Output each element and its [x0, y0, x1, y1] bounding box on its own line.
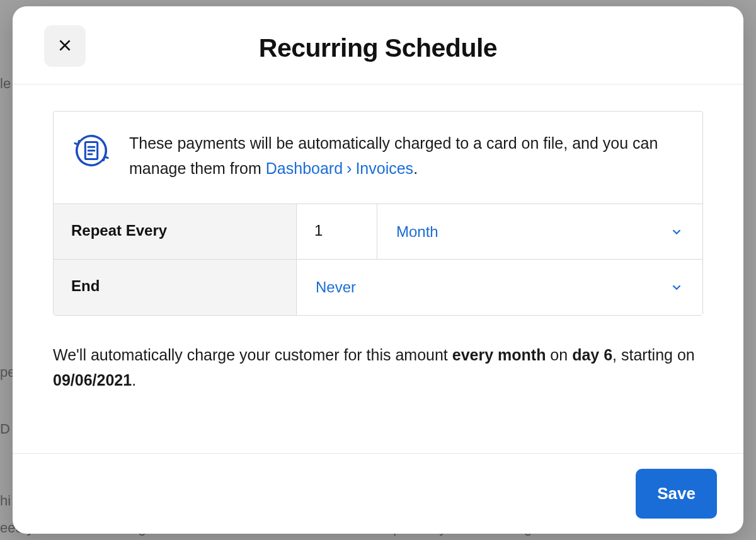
- modal-body: These payments will be automatically cha…: [13, 84, 743, 453]
- info-text-end: .: [413, 159, 418, 177]
- invoices-link[interactable]: Invoices: [355, 159, 413, 177]
- bg-text: D: [0, 421, 10, 437]
- repeat-unit-value: Month: [396, 223, 438, 241]
- summary-day: day 6: [572, 346, 612, 364]
- chevron-down-icon: [670, 225, 684, 239]
- end-row: End Never: [54, 260, 702, 315]
- info-box: These payments will be automatically cha…: [53, 111, 703, 316]
- summary-mid2: , starting on: [612, 346, 695, 364]
- end-value: Never: [316, 279, 356, 296]
- repeat-every-label: Repeat Every: [54, 204, 297, 259]
- end-select[interactable]: Never: [297, 260, 702, 315]
- summary-date: 09/06/2021: [53, 371, 132, 389]
- repeat-every-value[interactable]: 1: [297, 204, 377, 259]
- close-button[interactable]: [44, 25, 86, 67]
- save-button[interactable]: Save: [636, 469, 717, 519]
- chevron-down-icon: [670, 280, 684, 294]
- schedule-summary: We'll automatically charge your customer…: [53, 342, 703, 393]
- modal-footer: Save: [13, 453, 743, 534]
- summary-suffix: .: [132, 371, 136, 389]
- repeat-every-row: Repeat Every 1 Month: [54, 204, 702, 260]
- recurring-schedule-modal: Recurring Schedule: [13, 6, 743, 534]
- modal-title: Recurring Schedule: [32, 24, 724, 66]
- repeat-unit-select[interactable]: Month: [377, 204, 702, 259]
- dashboard-link[interactable]: Dashboard: [266, 159, 343, 177]
- summary-frequency: every month: [452, 346, 546, 364]
- modal-header: Recurring Schedule: [13, 6, 743, 84]
- info-text: These payments will be automatically cha…: [129, 130, 685, 181]
- bg-text: hi: [0, 493, 11, 509]
- summary-mid1: on: [546, 346, 572, 364]
- recurring-invoice-icon: [71, 130, 112, 171]
- end-label: End: [54, 260, 297, 315]
- schedule-table: Repeat Every 1 Month End Never: [54, 204, 702, 315]
- summary-prefix: We'll automatically charge your customer…: [53, 346, 452, 364]
- close-icon: [57, 37, 73, 55]
- info-top: These payments will be automatically cha…: [54, 112, 702, 204]
- breadcrumb-separator-icon: ›: [346, 159, 352, 177]
- bg-text: le: [0, 76, 11, 92]
